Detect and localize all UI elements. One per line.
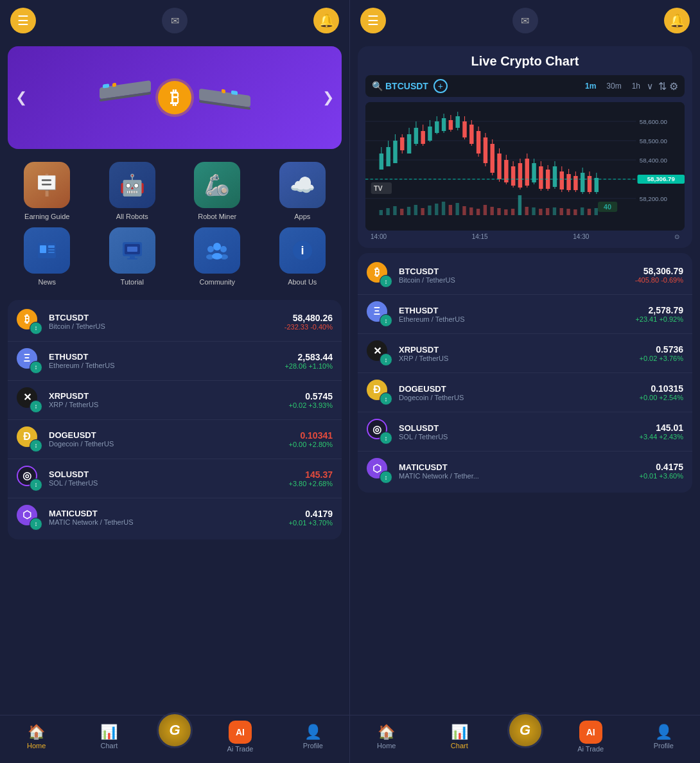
home-icon-left: 🏠 (28, 724, 45, 741)
sol-symbol-right: SOLUSDT (399, 423, 639, 433)
crypto-item-sol-left[interactable]: ◎ ↕ SOLUSDT SOL / TetherUS 145.37 +3.80 … (8, 459, 342, 498)
crypto-item-eth-right[interactable]: Ξ ↕ ETHUSDT Ethereum / TetherUS 2,578.79… (358, 295, 692, 334)
crypto-list-right: ₿ ↕ BTCUSDT Bitcoin / TetherUS 58,306.79… (358, 253, 692, 493)
doge-avatar-right: Ð ↕ (367, 380, 392, 405)
menu-button-right[interactable]: ☰ (360, 8, 386, 33)
menu-item-all-robots[interactable]: 🤖 All Robots (93, 162, 172, 221)
svg-text:58,400.00: 58,400.00 (640, 157, 667, 164)
message-button[interactable]: ✉ (162, 8, 188, 33)
svg-rect-105 (421, 208, 424, 215)
btc-price-right: 58,306.79 (635, 266, 683, 276)
nav-aitrade-left[interactable]: AI Ai Trade (204, 721, 276, 753)
tf-1m[interactable]: 1m (581, 80, 600, 92)
add-symbol-button[interactable]: + (433, 79, 448, 93)
crypto-list-left: ₿ ↕ BTCUSDT Bitcoin / TetherUS 58,480.26… (8, 300, 342, 539)
matic-symbol-left: MATICUSDT (49, 509, 288, 518)
svg-text:₿: ₿ (170, 88, 179, 108)
svg-point-21 (213, 243, 221, 250)
tf-expand-icon[interactable]: ∨ (647, 81, 653, 91)
svg-point-22 (207, 246, 214, 252)
tf-30m[interactable]: 30m (602, 80, 625, 92)
btc-change-left: -232.33 -0.40% (284, 323, 333, 331)
crypto-item-matic-left[interactable]: ⬡ ↕ MATICUSDT MATIC Network / TetherUS 0… (8, 498, 342, 537)
xrp-badge-right: ↕ (380, 353, 392, 366)
notification-icon: 🔔 (319, 13, 335, 28)
btc-price-col-right: 58,306.79 -405.80 -0.69% (635, 266, 683, 284)
crypto-item-sol-right[interactable]: ◎ ↕ SOLUSDT SOL / TetherUS 145.01 +3.44 … (358, 412, 692, 452)
matic-pair-left: MATIC Network / TetherUS (49, 518, 288, 526)
nav-chart-left[interactable]: 📊 Chart (73, 724, 145, 750)
notification-button[interactable]: 🔔 (313, 8, 339, 33)
sol-badge-left: ↕ (30, 478, 42, 491)
matic-change-right: +0.01 +3.60% (639, 472, 683, 480)
menu-item-about-us[interactable]: i About Us (263, 227, 342, 286)
notification-button-right[interactable]: 🔔 (664, 8, 690, 33)
menu-item-news[interactable]: News (8, 227, 87, 286)
menu-icon: ☰ (17, 13, 29, 28)
xrp-change-right: +0.02 +3.76% (639, 355, 683, 362)
svg-rect-111 (462, 206, 466, 215)
svg-point-26 (220, 254, 228, 259)
btc-symbol-left: BTCUSDT (49, 313, 284, 322)
menu-item-tutorial[interactable]: Tutorial (93, 227, 172, 286)
nav-chart-right[interactable]: 📊 Chart (423, 724, 496, 750)
btc-change-right: -405.80 -0.69% (635, 276, 683, 284)
crypto-item-btc-left[interactable]: ₿ ↕ BTCUSDT Bitcoin / TetherUS 58,480.26… (8, 303, 342, 342)
message-button-right[interactable]: ✉ (512, 8, 538, 33)
btc-avatar-right: ₿ ↕ (367, 262, 392, 288)
menu-item-community[interactable]: Community (178, 227, 257, 286)
sol-price-right: 145.01 (639, 423, 683, 433)
chart-indicators-icon[interactable]: ⚙ (669, 80, 678, 92)
crypto-item-xrp-right[interactable]: ✕ ↕ XRPUSDT XRP / TetherUS 0.5736 +0.02 … (358, 334, 692, 373)
profile-label-left: Profile (303, 742, 323, 750)
eth-symbol-left: ETHUSDT (49, 352, 284, 362)
nav-home-left[interactable]: 🏠 Home (0, 724, 73, 750)
nav-profile-left[interactable]: 👤 Profile (277, 724, 349, 750)
menu-grid: 🪧 Earning Guide 🤖 All Robots 🦾 Robot Min… (0, 154, 349, 295)
chart-settings-icon[interactable]: ⇅ (658, 80, 667, 92)
crypto-item-btc-right[interactable]: ₿ ↕ BTCUSDT Bitcoin / TetherUS 58,306.79… (358, 256, 692, 295)
all-robots-label: All Robots (116, 212, 148, 221)
svg-rect-20 (127, 258, 137, 259)
matic-price-right: 0.4175 (639, 462, 683, 472)
community-label: Community (199, 277, 235, 286)
btc-badge-right: ↕ (380, 275, 392, 288)
crypto-item-matic-right[interactable]: ⬡ ↕ MATICUSDT MATIC Network / Tether... … (358, 452, 692, 490)
chart-reset-icon[interactable]: ⊙ (674, 233, 679, 240)
time-label-2: 14:15 (472, 233, 488, 240)
menu-icon-right: ☰ (367, 13, 379, 28)
tf-1h[interactable]: 1h (628, 80, 644, 92)
eth-pair-right: Ethereum / TetherUS (399, 315, 635, 323)
nav-profile-right[interactable]: 👤 Profile (627, 724, 700, 750)
xrp-info-left: XRPUSDT XRP / TetherUS (49, 391, 288, 408)
banner-next-button[interactable]: ❯ (322, 89, 334, 106)
svg-rect-18 (127, 247, 137, 252)
menu-button[interactable]: ☰ (10, 8, 36, 33)
doge-price-col-left: 0.10341 +0.00 +2.80% (288, 430, 333, 448)
xrp-badge-left: ↕ (30, 400, 42, 413)
chart-symbol-text: BTCUSDT (385, 81, 428, 91)
menu-item-robot-miner[interactable]: 🦾 Robot Miner (178, 162, 257, 221)
profile-icon-left: 👤 (304, 724, 322, 741)
nav-center-left[interactable]: G (146, 725, 204, 748)
home-label-right: Home (377, 742, 396, 750)
chart-title: Live Crypto Chart (365, 54, 685, 69)
center-coin-left[interactable]: G (157, 712, 193, 748)
nav-home-right[interactable]: 🏠 Home (350, 724, 423, 750)
crypto-item-doge-left[interactable]: Ð ↕ DOGEUSDT Dogecoin / TetherUS 0.10341… (8, 420, 342, 459)
sol-avatar-right: ◎ ↕ (367, 419, 392, 444)
svg-rect-116 (497, 208, 500, 215)
crypto-item-xrp-left[interactable]: ✕ ↕ XRPUSDT XRP / TetherUS 0.5745 +0.02 … (8, 381, 342, 420)
aitrade-label-left: Ai Trade (227, 745, 254, 753)
nav-aitrade-right[interactable]: AI Ai Trade (554, 721, 627, 753)
crypto-item-doge-right[interactable]: Ð ↕ DOGEUSDT Dogecoin / TetherUS 0.10315… (358, 373, 692, 412)
nav-center-right[interactable]: G (496, 725, 554, 748)
center-coin-right[interactable]: G (507, 712, 543, 748)
svg-text:i: i (301, 244, 304, 257)
all-robots-icon: 🤖 (109, 162, 155, 208)
bottom-nav-right: 🏠 Home 📊 Chart G AI Ai Trade 👤 Profil (350, 715, 700, 763)
menu-item-apps[interactable]: ☁️ Apps (263, 162, 342, 221)
chart-symbol-selector[interactable]: 🔍 BTCUSDT (372, 81, 428, 91)
menu-item-earning-guide[interactable]: 🪧 Earning Guide (8, 162, 87, 221)
crypto-item-eth-left[interactable]: Ξ ↕ ETHUSDT Ethereum / TetherUS 2,583.44… (8, 342, 342, 381)
